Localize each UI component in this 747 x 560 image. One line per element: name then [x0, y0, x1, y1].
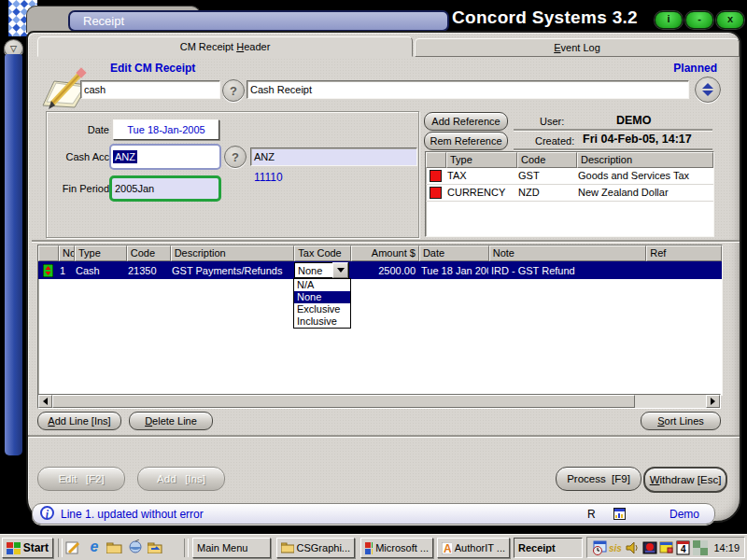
line-date: Tue 18 Jan 2005 — [418, 263, 488, 278]
quicklaunch-notes-icon[interactable] — [65, 540, 80, 555]
office-icon — [365, 542, 373, 554]
task-button-label: Receipt — [518, 542, 556, 553]
receipt-code-input[interactable] — [80, 80, 220, 99]
report-icon[interactable] — [613, 508, 626, 520]
tray-agent-icon[interactable] — [642, 540, 657, 555]
user-value: DEMO — [616, 114, 652, 127]
tray-volume-icon[interactable] — [626, 540, 641, 555]
reference-row[interactable]: TAX GST Goods and Services Tax — [426, 168, 713, 185]
rem-reference-button[interactable]: Rem Reference — [424, 132, 508, 150]
tray-scheduler-icon[interactable] — [592, 540, 607, 555]
scroll-left-button[interactable] — [38, 395, 52, 408]
receipt-description-input[interactable] — [247, 80, 689, 99]
reference-code: NZD — [515, 185, 575, 201]
help-button-account[interactable]: ? — [224, 146, 247, 168]
line-header-date: Date — [419, 245, 489, 261]
line-row[interactable]: 1 Cash 21350 GST Payments/Refunds None 2… — [38, 261, 722, 279]
line-type: Cash — [73, 263, 125, 278]
svg-text:4: 4 — [681, 544, 686, 554]
quicklaunch-explorer-icon[interactable] — [128, 539, 143, 554]
user-label: User: — [540, 116, 564, 127]
line-header-indicator — [38, 245, 59, 261]
scroll-thumb[interactable] — [52, 395, 635, 408]
window-tab-label: Receipt — [83, 14, 124, 28]
task-button-label: Main Menu — [197, 542, 247, 553]
withdraw-button[interactable]: Withdraw [Esc] — [643, 467, 727, 493]
tab-cm-receipt-header[interactable]: CM Receipt Header — [37, 36, 413, 57]
divider — [28, 435, 740, 437]
start-label: Start — [23, 541, 49, 554]
h-scrollbar[interactable] — [37, 394, 721, 409]
tax-option[interactable]: N/A — [294, 279, 350, 291]
svg-text:sis: sis — [609, 543, 622, 553]
task-button-main-menu[interactable]: Main Menu — [192, 538, 271, 558]
app-title: Concord Systems 3.2 — [452, 7, 638, 28]
tax-option[interactable]: Exclusive — [294, 303, 350, 315]
task-button-receipt[interactable]: Receipt — [514, 538, 583, 558]
line-header-type: Type — [75, 245, 127, 261]
desktop: ▽ Receipt Concord Systems 3.2 i - x CM R… — [0, 0, 747, 560]
line-header-ref: Ref — [646, 245, 722, 261]
line-header-description: Description — [171, 245, 295, 261]
fin-period-label: Fin Period — [47, 183, 109, 194]
reference-row[interactable]: CURRENCY NZD New Zealand Dollar — [426, 185, 713, 202]
chevron-down-icon — [337, 268, 345, 273]
status-planned: Planned — [588, 62, 717, 75]
tab-label: CM Receipt Header — [180, 41, 271, 52]
account-name-display: ANZ — [250, 147, 417, 166]
tray-display-icon[interactable] — [659, 540, 674, 555]
tray-network-icon[interactable] — [693, 540, 708, 555]
tray-clock[interactable]: 14:19 — [713, 542, 740, 553]
combo-arrow-button[interactable] — [332, 262, 348, 278]
quicklaunch-folder-icon[interactable] — [106, 541, 122, 553]
reference-description: New Zealand Dollar — [575, 185, 713, 201]
tray-sis-icon[interactable]: sis — [609, 540, 624, 555]
task-button-authorit[interactable]: A AuthorIT ... — [437, 538, 510, 558]
process-button[interactable]: Process [F9] — [556, 467, 641, 491]
fin-period-input[interactable]: 2005Jan — [109, 175, 221, 202]
reference-header-indicator — [426, 152, 446, 168]
tax-option-selected[interactable]: None — [294, 291, 350, 303]
tray-calendar-icon[interactable]: 4 — [676, 540, 691, 555]
add-reference-button[interactable]: Add Reference — [424, 112, 508, 131]
tab-event-log[interactable]: Event Log — [415, 38, 740, 57]
window-tab[interactable]: Receipt — [68, 10, 449, 32]
date-button[interactable]: Tue 18-Jan-2005 — [113, 119, 219, 140]
record-spinner[interactable] — [695, 77, 721, 103]
divider — [184, 539, 189, 557]
line-header-tax-code: Tax Code — [294, 245, 351, 261]
delete-line-button[interactable]: Delete Line — [129, 412, 213, 430]
close-button[interactable]: x — [716, 11, 744, 29]
line-header-no: No. — [59, 245, 75, 261]
task-button-microsoft[interactable]: Microsoft ... — [360, 538, 433, 558]
quicklaunch-outlook-icon[interactable] — [148, 540, 163, 553]
red-flag-icon — [430, 170, 442, 182]
tax-option[interactable]: Inclusive — [294, 315, 350, 328]
start-button[interactable]: Start — [2, 538, 53, 558]
session-user: Demo — [656, 508, 712, 521]
help-button-code[interactable]: ? — [222, 79, 245, 102]
task-button-label: AuthorIT ... — [455, 542, 505, 553]
date-value: Tue 18-Jan-2005 — [127, 124, 204, 135]
scroll-right-button[interactable] — [706, 395, 720, 408]
edit-button: Edit [F2] — [37, 467, 125, 491]
divider — [58, 539, 63, 557]
line-header-code: Code — [127, 245, 171, 261]
sort-lines-button[interactable]: Sort Lines — [641, 412, 721, 430]
task-button-cs-graphics[interactable]: CSGraphi... — [276, 538, 355, 558]
divider — [514, 129, 712, 131]
task-button-label: Microsoft ... — [375, 542, 429, 553]
cash-acc-input[interactable]: ANZ — [109, 144, 221, 170]
reference-type: TAX — [444, 168, 515, 184]
minimize-button[interactable]: - — [685, 11, 713, 29]
add-line-button[interactable]: Add Line [Ins] — [37, 412, 121, 430]
fin-period-value: 2005Jan — [115, 183, 154, 194]
tax-code-combo[interactable]: None — [294, 262, 349, 278]
account-number: 11110 — [254, 171, 283, 184]
info-button[interactable]: i — [655, 11, 683, 29]
date-label: Date — [56, 124, 109, 135]
quicklaunch-internet-icon[interactable]: e — [87, 539, 102, 555]
line-note: IRD - GST Refund — [488, 263, 646, 278]
reference-description: Goods and Services Tax — [575, 168, 713, 184]
status-message: Line 1. updated without error — [61, 508, 204, 521]
